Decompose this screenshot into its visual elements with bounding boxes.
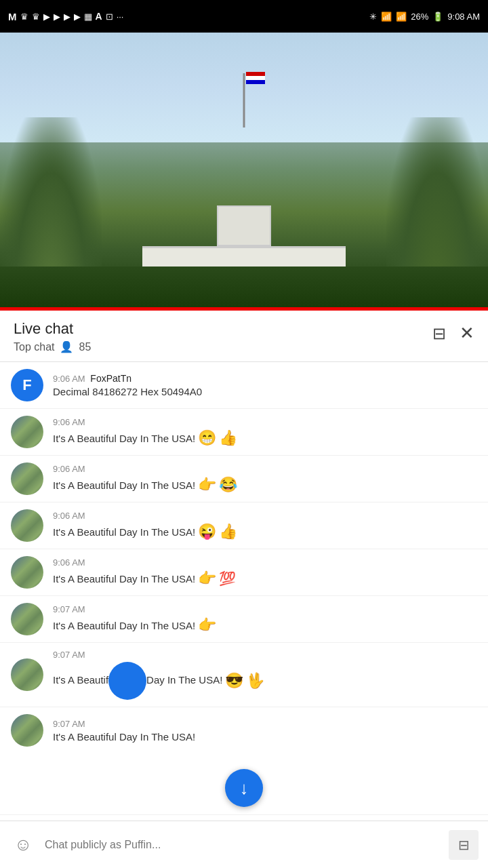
table-row: 9:06 AM It's A Beautiful Day In The USA!…: [0, 549, 488, 596]
chat-messages-list: F 9:06 AM FoxPatTn Decimal 84186272 Hex …: [0, 362, 488, 815]
close-icon[interactable]: ✕: [460, 323, 474, 344]
table-row: 9:06 AM It's A Beautiful Day In The USA!…: [0, 409, 488, 456]
hero-foreground: [0, 267, 488, 307]
table-row: 9:06 AM It's A Beautiful Day In The USA!…: [0, 456, 488, 502]
chat-header-info: Live chat Top chat 👤 85: [14, 320, 91, 353]
status-icons-left: M ♛ ♛ ▶ ▶ ▶ ▶ ▦ A ⊡ ···: [8, 11, 123, 22]
emoji: 🖖: [246, 672, 264, 690]
filter-icon[interactable]: ⊟: [432, 324, 446, 343]
table-row: F 9:06 AM FoxPatTn Decimal 84186272 Hex …: [0, 362, 488, 409]
app-icon-a: A: [96, 11, 102, 22]
people-icon: 👤: [60, 340, 73, 353]
app-icon-folder: ▦: [84, 12, 92, 22]
message-body: It's A Beautiful Day In The USA!: [53, 620, 195, 631]
message-body: It's A BeautifDay In The USA!: [53, 662, 222, 700]
clock: 9:08 AM: [447, 12, 480, 22]
message-body: It's A Beautiful Day In The USA!: [53, 479, 195, 491]
emoji: 😁: [198, 429, 216, 447]
message-time: 9:06 AM: [53, 374, 85, 384]
message-username: FoxPatTn: [90, 373, 131, 384]
chat-header: Live chat Top chat 👤 85 ⊟ ✕: [0, 311, 488, 362]
message-text: It's A Beautiful Day In The USA! 👉 😂: [53, 476, 477, 494]
table-row: 9:07 AM It's A Beautiful Day In The USA!…: [0, 596, 488, 643]
avatar: F: [11, 369, 43, 401]
message-text: It's A Beautiful Day In The USA! 👉: [53, 616, 477, 634]
emoji: 👍: [219, 429, 237, 447]
message-content: 9:06 AM FoxPatTn Decimal 84186272 Hex 50…: [53, 373, 477, 397]
app-icon-play4: ▶: [74, 12, 81, 22]
emoji: 👉: [198, 570, 216, 587]
app-icon-m: M: [8, 11, 17, 22]
table-row: 9:07 AM It's A BeautifDay In The USA! 😎 …: [0, 643, 488, 707]
chat-input-bar: ☺ ⊟: [0, 821, 488, 868]
flag: [246, 72, 265, 84]
send-button[interactable]: ⊟: [449, 830, 479, 860]
flag-pole: [243, 73, 245, 127]
app-icon-crown2: ♛: [32, 12, 40, 22]
message-meta: 9:07 AM: [53, 650, 477, 660]
message-body: It's A Beautiful Day In The USA!: [53, 573, 195, 585]
message-meta: 9:07 AM: [53, 604, 477, 614]
bluetooth-icon: ✳: [369, 12, 377, 22]
message-text: It's A Beautiful Day In The USA! 😜 👍: [53, 523, 477, 540]
emoji: 💯: [219, 570, 236, 587]
message-time: 9:06 AM: [53, 417, 85, 427]
wifi-icon: 📶: [381, 12, 392, 22]
message-content: 9:06 AM It's A Beautiful Day In The USA!…: [53, 464, 477, 494]
app-icon-play2: ▶: [54, 12, 60, 22]
message-content: 9:06 AM It's A Beautiful Day In The USA!…: [53, 417, 477, 447]
avatar: [11, 603, 43, 635]
avatar: [11, 714, 43, 747]
chat-header-actions: ⊟ ✕: [432, 323, 474, 344]
app-icon-play3: ▶: [64, 12, 70, 22]
viewer-count: 85: [79, 341, 91, 353]
message-meta: 9:06 AM FoxPatTn: [53, 373, 477, 384]
table-row: 9:06 AM It's A Beautiful Day In The USA!…: [0, 502, 488, 549]
message-text: It's A Beautiful Day In The USA!: [53, 731, 477, 743]
emoji: 👍: [219, 523, 237, 540]
battery-icon: 🔋: [432, 12, 443, 22]
chat-subtitle: Top chat 👤 85: [14, 340, 91, 353]
emoji: 😂: [219, 476, 237, 494]
battery-percent: 26%: [411, 12, 428, 22]
message-meta: 9:06 AM: [53, 557, 477, 568]
signal-icon: 📶: [396, 12, 407, 22]
emoji: 😎: [225, 672, 243, 690]
message-content: 9:07 AM It's A Beautiful Day In The USA!…: [53, 604, 477, 634]
app-icon-image: ⊡: [106, 12, 113, 22]
hero-image: [0, 33, 488, 307]
status-bar: M ♛ ♛ ▶ ▶ ▶ ▶ ▦ A ⊡ ··· ✳ 📶 📶 26% 🔋 9:08…: [0, 0, 488, 33]
message-time: 9:06 AM: [53, 511, 85, 521]
status-icons-right: ✳ 📶 📶 26% 🔋 9:08 AM: [369, 12, 480, 22]
message-time: 9:06 AM: [53, 557, 85, 568]
message-text: It's A Beautiful Day In The USA! 👉 💯: [53, 570, 477, 587]
emoji: 👉: [198, 616, 216, 634]
message-meta: 9:06 AM: [53, 511, 477, 521]
white-house-portico: [217, 205, 271, 246]
top-chat-label[interactable]: Top chat: [14, 341, 54, 353]
message-meta: 9:07 AM: [53, 719, 477, 729]
scroll-down-button[interactable]: ↓: [225, 769, 263, 807]
chat-input[interactable]: [45, 831, 441, 859]
app-icon-dots: ···: [117, 12, 124, 22]
message-time: 9:07 AM: [53, 650, 85, 660]
emoji-picker-button[interactable]: ☺: [9, 831, 37, 859]
message-text: Decimal 84186272 Hex 50494A0: [53, 386, 477, 397]
send-icon: ⊟: [458, 837, 470, 853]
message-meta: 9:06 AM: [53, 464, 477, 474]
message-content: 9:06 AM It's A Beautiful Day In The USA!…: [53, 557, 477, 587]
message-time: 9:06 AM: [53, 464, 85, 474]
message-text: It's A Beautiful Day In The USA! 😁 👍: [53, 429, 477, 447]
message-time: 9:07 AM: [53, 604, 85, 614]
app-icon-crown1: ♛: [20, 12, 28, 22]
emoji: 😜: [198, 523, 216, 540]
app-icon-play1: ▶: [43, 12, 50, 22]
message-body: It's A Beautiful Day In The USA!: [53, 731, 195, 743]
message-body: It's A Beautiful Day In The USA!: [53, 433, 195, 444]
avatar: [11, 462, 43, 495]
message-content: 9:07 AM It's A Beautiful Day In The USA!: [53, 719, 477, 743]
message-content: 9:06 AM It's A Beautiful Day In The USA!…: [53, 511, 477, 540]
avatar: [11, 556, 43, 589]
avatar: [11, 509, 43, 542]
message-time: 9:07 AM: [53, 719, 85, 729]
